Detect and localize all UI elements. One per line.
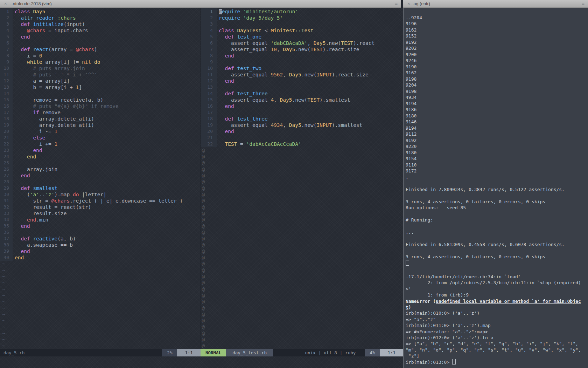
close-icon[interactable]: × (407, 1, 410, 6)
terminal-line (404, 192, 588, 199)
code-token: 9110 (406, 162, 416, 168)
code-token: array.delete_at(i) (15, 116, 94, 122)
line-number: 40 (0, 254, 13, 261)
empty-buffer-line: @ (201, 261, 404, 267)
menu-icon[interactable]: ≡ (395, 1, 398, 7)
code-token: Finished in 6.581309s, 0.4558 runs/s, 0.… (406, 242, 565, 247)
code-token: @chars (76, 47, 94, 52)
terminal-line: >' (404, 286, 588, 292)
code-token (219, 78, 225, 84)
empty-buffer-line: @ (201, 299, 404, 305)
code-line: 9 while array[i] != nil do (0, 59, 201, 65)
terminal-line: "z"] (404, 353, 588, 359)
code-token: irb(main):012:0> ('a'..'z').to_a (406, 335, 493, 340)
code-token: react (33, 47, 48, 52)
code-token: i = (15, 53, 39, 59)
code-line: 13 b = array[i + 1] (0, 84, 201, 90)
code-line: 3 (201, 21, 404, 27)
code-token (15, 21, 21, 27)
code-token: 9180 (406, 113, 416, 118)
overflow-marker: @ (202, 230, 205, 235)
code-line: 17 if remove (0, 109, 201, 116)
code-token: end (27, 154, 36, 159)
ag-terminal-output[interactable]: ..92049196916291529192920292009246919091… (404, 8, 588, 266)
terminal-line: 9220 (404, 143, 588, 150)
code-token: def (225, 116, 234, 122)
menu-icon[interactable]: ≡ (582, 1, 584, 7)
overflow-marker: @ (202, 160, 205, 166)
code-token (15, 28, 27, 33)
code-token: 9562 (271, 72, 283, 77)
code-token (219, 66, 225, 71)
code-token: 3 runs, 4 assertions, 0 failures, 0 erro… (406, 199, 545, 204)
line-number: 28 (0, 179, 13, 185)
code-line: 16 # puts "#{a} #{b}" if remove (0, 103, 201, 109)
line-number: 34 (0, 217, 13, 223)
overflow-marker: @ (202, 280, 205, 286)
terminal-line: 9196 (404, 21, 588, 27)
tilde-marker: ~ (2, 330, 5, 336)
code-line: 8 end (201, 53, 404, 59)
editor-day5[interactable]: 1class Day52 attr_reader :chars3 def ini… (0, 8, 201, 349)
code-token: reactive (33, 236, 57, 241)
editor-day5-test[interactable]: 1require 'minitest/autorun'2require 'day… (201, 8, 404, 349)
irb-terminal-output[interactable]: .17.1/lib/bundler/cli/exec.rb:74:in `loa… (404, 272, 588, 368)
tilde-marker: ~ (2, 343, 5, 349)
code-token: array.join (15, 166, 57, 172)
code-token: .17.1/lib/bundler/cli/exec.rb:74:in `loa… (406, 274, 521, 279)
code-line: 40end (0, 254, 201, 261)
code-line: 36 (0, 229, 201, 236)
code-token: ( (15, 192, 30, 197)
code-token (15, 47, 21, 52)
code-token (219, 141, 225, 147)
code-token: 9180 (406, 150, 416, 155)
code-token: 9192 (406, 138, 416, 143)
empty-buffer-line: @ (201, 147, 404, 154)
terminal-line: 9192 (404, 39, 588, 46)
line-number: 32 (0, 204, 13, 210)
line-number: 8 (201, 53, 217, 59)
code-token: NameError ( (406, 299, 436, 304)
empty-buffer-line: @ (201, 330, 404, 336)
overflow-marker: @ (202, 179, 205, 185)
terminal-column: ..92049196916291529192920292009246919091… (403, 8, 588, 368)
line-number: 12 (0, 78, 13, 84)
overflow-marker: @ (202, 236, 205, 241)
overflow-marker: @ (202, 166, 205, 172)
line-number: 23 (0, 147, 13, 154)
empty-buffer-line: @ (201, 191, 404, 198)
line-number: 2 (201, 15, 217, 21)
code-token: 2: from /opt/rubies/2.5.3/bin/irb:11:in … (406, 280, 581, 285)
code-token: assert_equal (219, 40, 271, 46)
scroll-percent-badge: 2% (162, 349, 177, 356)
code-token: => ["a", "b", "c", "d", "e", "f", "g", "… (406, 341, 578, 346)
code-token: array[i] != (42, 59, 82, 65)
empty-buffer-line: ~ (0, 343, 201, 349)
tilde-marker: ~ (2, 267, 5, 273)
terminal-line: 9162 (404, 27, 588, 33)
code-token: 9220 (406, 144, 416, 149)
code-token: nil (82, 59, 91, 65)
code-line: 38 a.swapcase == b (0, 242, 201, 248)
terminal-line: . (404, 174, 588, 180)
line-number: 26 (0, 166, 13, 172)
code-line: 7 assert_equal 10, Day5.new(TEST).react.… (201, 46, 404, 53)
code-token: i += (15, 141, 55, 147)
code-token: 9146 (406, 119, 416, 124)
code-token: i -= (15, 129, 55, 134)
code-token: 'dabAcCaCBAcCcaDA' (246, 141, 301, 147)
line-number: 17 (201, 109, 217, 116)
terminal-line: 9186 (404, 107, 588, 113)
line-number: 37 (0, 236, 13, 242)
terminal-line (404, 248, 588, 254)
code-token: , (283, 122, 289, 128)
terminal-line: => ["a", "b", "c", "d", "e", "f", "g", "… (404, 341, 588, 347)
close-icon[interactable]: × (4, 1, 7, 6)
code-line: 34 end.min (0, 217, 201, 223)
overflow-marker: @ (202, 217, 205, 223)
code-token: INPUT (316, 122, 332, 128)
line-number: 4 (201, 27, 217, 34)
code-token: 9192 (406, 40, 416, 45)
terminal-line: irb(main):013:0> (404, 359, 588, 365)
line-number: 18 (0, 116, 13, 122)
